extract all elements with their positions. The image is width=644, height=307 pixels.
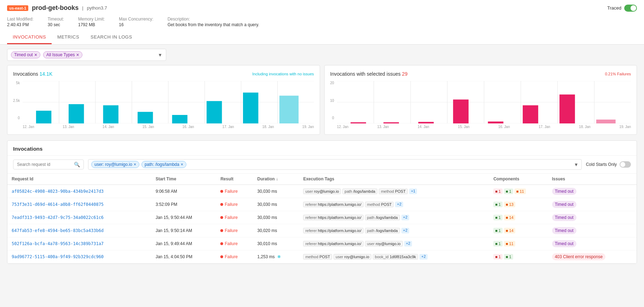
- failure-dot: [220, 229, 223, 232]
- table-row[interactable]: 753f3e31-d69d-4614-a0b8-ff62f04408753:52…: [7, 198, 637, 211]
- exec-tag: path /logs/lambda: [342, 189, 377, 194]
- cell-execution-tags: referer https://platform.lumigo.io/user …: [299, 237, 489, 250]
- cell-execution-tags: method POSTuser roy@lumigo.iobook_id 1d6…: [299, 250, 489, 263]
- cell-components: ■ 1■ 14: [489, 224, 548, 237]
- cell-issues: Timed out: [548, 198, 637, 211]
- col-result: Result: [216, 174, 253, 185]
- issue-badge: Timed out: [552, 201, 576, 208]
- left-chart-title-text: Invocations 14.1K: [13, 71, 52, 77]
- component-badge: ■ 1: [504, 254, 513, 260]
- component-badge: ■ 13: [504, 202, 515, 207]
- filter-pills-container[interactable]: Timed out × All Issue Types × ▼: [7, 49, 166, 61]
- tag-filters-container[interactable]: user: roy@lumigo.io × path: /logs/lambda…: [88, 159, 582, 170]
- failure-dot: [220, 216, 223, 219]
- more-tags-badge[interactable]: +2: [401, 215, 410, 220]
- components-list: ■ 1■ 14: [493, 215, 544, 220]
- y-label-0-left: 0: [13, 116, 20, 120]
- cell-duration: 30,010 ms: [253, 237, 299, 250]
- tag-pill-path[interactable]: path: /logs/lambda ×: [141, 161, 186, 168]
- cell-request-id[interactable]: af05824c-4908-4023-90ba-434b9e2417d3: [7, 185, 151, 198]
- result-text: Failure: [225, 254, 238, 259]
- cell-request-id[interactable]: 7eadf313-9493-42d7-9c75-34a0022c61c6: [7, 211, 151, 224]
- cell-request-id[interactable]: 502f126a-bcfa-4a78-9563-14c389b731a7: [7, 237, 151, 250]
- cell-request-id[interactable]: 647fab53-efe8-4594-be65-83bc5a433b6d: [7, 224, 151, 237]
- component-badge: ■ 1: [493, 241, 503, 247]
- component-badge: ■ 1: [493, 215, 503, 220]
- filter-pill-all-issue-types[interactable]: All Issue Types ×: [43, 51, 82, 58]
- last-modified-value: 2:40:43 PM: [7, 22, 34, 27]
- issue-badge: Timed out: [552, 240, 576, 247]
- tag-user-close-icon[interactable]: ×: [134, 162, 136, 167]
- request-id-value: 502f126a-bcfa-4a78-9563-14c389b731a7: [12, 241, 104, 246]
- tag-path-close-icon[interactable]: ×: [181, 162, 183, 167]
- request-id-value: 9ad96772-5115-400a-9f49-92b329cdc960: [12, 254, 104, 259]
- more-tags-badge[interactable]: +1: [409, 189, 417, 194]
- filter-dropdown-icon[interactable]: ▼: [158, 52, 162, 58]
- search-icon: 🔍: [74, 162, 80, 167]
- request-id-value: 753f3e31-d69d-4614-a0b8-ff62f0440875: [12, 202, 104, 207]
- invocations-subtitle: Including invocations with no issues: [252, 72, 314, 76]
- component-badge: ■ 11: [504, 241, 515, 247]
- more-tags-badge[interactable]: +2: [419, 254, 428, 260]
- component-badge: ■ 1: [493, 254, 503, 260]
- tab-bar: INVOCATIONS METRICS SEARCH IN LOGS: [7, 31, 637, 44]
- table-controls: 🔍 user: roy@lumigo.io × path: /logs/lamb…: [7, 156, 637, 174]
- filter-pill-timed-out[interactable]: Timed out ×: [11, 51, 40, 58]
- right-chart-container: [337, 81, 631, 123]
- tag-pill-user[interactable]: user: roy@lumigo.io ×: [91, 161, 139, 168]
- timeout-value: 30 sec: [48, 22, 64, 27]
- timed-out-label: Timed out: [14, 52, 33, 57]
- cold-starts-toggle[interactable]: Cold Starts Only: [586, 161, 631, 168]
- cell-issues: Timed out: [548, 211, 637, 224]
- exec-tag: path /logs/lambda: [365, 228, 400, 233]
- bar-3: [103, 105, 118, 123]
- cell-issues: 403 Client error response: [548, 250, 637, 263]
- exec-tags-list: referer https://platform.lumigo.io/metho…: [303, 202, 485, 207]
- request-id-value: af05824c-4908-4023-90ba-434b9e2417d3: [12, 189, 104, 194]
- result-text: Failure: [225, 215, 238, 220]
- exec-tag: referer https://platform.lumigo.io/: [303, 228, 363, 233]
- traced-toggle-switch[interactable]: [624, 5, 637, 12]
- table-row[interactable]: 9ad96772-5115-400a-9f49-92b329cdc960Jan …: [7, 250, 637, 263]
- tab-search-in-logs[interactable]: SEARCH IN LOGS: [85, 31, 138, 44]
- tag-dropdown-icon[interactable]: ▼: [574, 162, 579, 167]
- timeout-label: Timeout:: [48, 17, 64, 22]
- cell-request-id[interactable]: 753f3e31-d69d-4614-a0b8-ff62f0440875: [7, 198, 151, 211]
- r-bar-4: [453, 99, 469, 123]
- right-chart-svg: [337, 81, 631, 123]
- tab-metrics[interactable]: METRICS: [52, 31, 85, 44]
- result-text: Failure: [225, 202, 238, 207]
- traced-toggle-container[interactable]: Traced: [607, 5, 637, 12]
- cell-request-id[interactable]: 9ad96772-5115-400a-9f49-92b329cdc960: [7, 250, 151, 263]
- exec-tags-list: method POSTuser roy@lumigo.iobook_id 1d6…: [303, 254, 485, 260]
- exec-tag: user roy@lumigo.io: [365, 241, 403, 247]
- description-label: Description:: [168, 17, 259, 22]
- cold-start-icon: ❄: [277, 254, 281, 259]
- cell-result: Failure: [216, 250, 253, 263]
- col-components: Components: [489, 174, 548, 185]
- search-box[interactable]: 🔍: [13, 160, 84, 169]
- table-row[interactable]: 502f126a-bcfa-4a78-9563-14c389b731a7Jan …: [7, 237, 637, 250]
- col-start-time: Start Time: [151, 174, 216, 185]
- cell-components: ■ 1■ 1: [489, 250, 548, 263]
- table-row[interactable]: 647fab53-efe8-4594-be65-83bc5a433b6dJan …: [7, 224, 637, 237]
- more-tags-badge[interactable]: +2: [395, 202, 403, 207]
- memory-limit-meta: Memory Limit: 1792 MB: [78, 17, 105, 27]
- search-input[interactable]: [17, 162, 72, 167]
- more-tags-badge[interactable]: +2: [401, 228, 410, 233]
- all-issue-types-close-icon[interactable]: ×: [76, 52, 79, 57]
- description-value: Get books from the inventory that match …: [168, 22, 259, 27]
- table-row[interactable]: af05824c-4908-4023-90ba-434b9e2417d39:06…: [7, 185, 637, 198]
- col-request-id: Request Id: [7, 174, 151, 185]
- more-tags-badge[interactable]: +2: [404, 241, 412, 247]
- r-bar-7: [559, 94, 575, 123]
- table-row[interactable]: 7eadf313-9493-42d7-9c75-34a0022c61c6Jan …: [7, 211, 637, 224]
- memory-limit-value: 1792 MB: [78, 22, 105, 27]
- r-bar-3: [418, 122, 434, 123]
- cell-execution-tags: referer https://platform.lumigo.io/path …: [299, 211, 489, 224]
- cold-starts-switch[interactable]: [620, 161, 631, 168]
- tab-invocations[interactable]: INVOCATIONS: [7, 31, 52, 44]
- failures-subtitle: 0.21% Failures: [605, 72, 631, 76]
- timed-out-close-icon[interactable]: ×: [34, 52, 37, 57]
- exec-tags-list: referer https://platform.lumigo.io/user …: [303, 241, 485, 247]
